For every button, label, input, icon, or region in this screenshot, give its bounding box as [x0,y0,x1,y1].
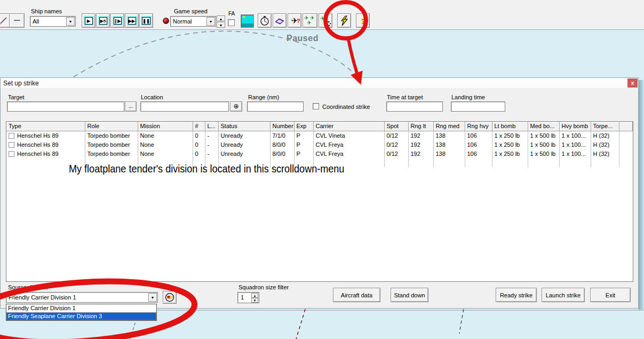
table-cell[interactable]: 138 [433,149,465,158]
column-header[interactable]: Exp [294,122,313,131]
table-row[interactable]: Henschel Hs 89Torpedo bomberNone0-Unread… [6,149,633,158]
chevron-down-icon[interactable]: ▼ [148,293,157,302]
column-header[interactable]: Hvy bomb [559,122,591,131]
table-cell[interactable]: Torpedo bomber [85,140,138,149]
table-cell[interactable]: 0 [193,140,205,149]
column-header[interactable]: Type [6,122,85,131]
column-header[interactable]: Torpe... [591,122,619,131]
table-cell[interactable]: 1 x 500 lb [528,140,559,149]
table-cell[interactable] [619,149,633,158]
column-header[interactable]: Status [218,122,270,131]
range-field[interactable] [247,101,304,112]
playback-button[interactable]: ❚❚ [139,13,153,28]
table-cell[interactable]: 1 x 250 lb [492,131,528,140]
row-checkbox[interactable] [9,151,14,157]
launch-strike-button[interactable]: Launch strike [542,288,585,302]
time-at-target-field[interactable] [386,101,443,112]
column-header[interactable]: Spot [384,122,408,131]
table-cell[interactable]: P [294,149,313,158]
aircraft-data-button[interactable]: Aircraft data [333,288,380,302]
table-cell[interactable]: 1 x 100... [559,131,591,140]
spin-up-icon[interactable]: ▲ [217,15,225,21]
table-cell[interactable]: H (32) [591,131,619,140]
table-cell[interactable]: 1 x 500 lb [528,149,559,158]
table-cell[interactable]: 1 x 250 lb [492,140,528,149]
stopwatch-button[interactable] [258,13,272,28]
spin-down-icon[interactable]: ▼ [217,22,225,28]
row-checkbox[interactable] [9,133,14,139]
locate-crosshair-icon[interactable]: ⊕ [230,101,242,112]
table-cell[interactable]: 0/12 [384,140,408,149]
column-header[interactable]: Rng med [433,122,465,131]
spin-down-icon[interactable]: ▼ [251,298,258,303]
spin-up-icon[interactable]: ▲ [251,293,258,298]
column-header[interactable]: Lt bomb [492,122,528,131]
playback-button[interactable]: ▶ [82,13,96,28]
table-cell[interactable]: 138 [433,140,465,149]
landing-time-field[interactable] [451,101,505,112]
chevron-down-icon[interactable]: ▼ [66,17,75,26]
game-speed-select[interactable]: Normal ▼ [170,16,216,27]
help-button[interactable]: ? [356,13,370,28]
division-view-button[interactable] [163,291,177,304]
table-cell[interactable]: CVL Vineta [313,131,384,140]
column-header[interactable]: # [193,122,205,131]
aircraft-id-button[interactable]: ✈? [288,13,301,28]
source-division-select[interactable]: Friendly Carrier Division 1 ▼ [6,292,158,303]
ship-names-select[interactable]: All ▼ [30,16,76,27]
table-cell[interactable]: Torpedo bomber [85,131,138,140]
table-cell[interactable]: 0 [193,149,205,158]
table-cell[interactable]: 0/12 [384,149,408,158]
playback-button[interactable]: ▶▶ [125,13,139,28]
table-cell[interactable]: CVL Freya [313,140,384,149]
table-cell[interactable]: 106 [465,131,492,140]
table-cell[interactable]: 192 [408,140,433,149]
location-field[interactable] [140,101,229,112]
table-cell[interactable]: 8/0/0 [270,149,294,158]
table-cell[interactable]: 192 [408,149,433,158]
table-cell[interactable]: 7/1/0 [270,131,294,140]
dropdown-option[interactable]: Friendly Seaplane Carrier Division 3 [6,312,156,320]
table-cell[interactable]: P [294,140,313,149]
table-cell[interactable]: 138 [433,131,465,140]
column-header[interactable]: Mission [138,122,193,131]
table-cell[interactable]: H (32) [591,140,619,149]
table-cell[interactable]: CVL Freya [313,149,384,158]
air-operations-button[interactable]: ✈ [319,13,332,28]
table-cell[interactable]: None [138,131,193,140]
squadron-filter-stepper[interactable]: 1 ▲ ▼ [237,292,259,303]
table-cell[interactable]: 106 [465,140,492,149]
table-cell[interactable]: - [205,140,218,149]
exit-button[interactable]: Exit [590,288,631,302]
table-cell[interactable]: 1 x 100... [559,149,591,158]
table-cell[interactable]: P [294,131,313,140]
column-header[interactable]: Med bo... [528,122,559,131]
fa-checkbox[interactable] [228,19,235,26]
table-cell[interactable]: Unready [218,149,270,158]
log-book-button[interactable] [273,13,287,28]
target-browse-button[interactable]: ... [125,101,137,112]
table-cell[interactable]: 106 [465,149,492,158]
close-icon[interactable]: x [627,78,638,88]
playback-button[interactable]: ▶5 [96,13,110,28]
table-cell[interactable]: 0 [193,131,205,140]
table-cell[interactable]: Unready [218,131,270,140]
chevron-down-icon[interactable]: ▼ [206,17,215,26]
table-cell[interactable]: 8/0/0 [270,140,294,149]
column-header[interactable]: Rng lt [408,122,433,131]
column-header[interactable]: Rng hvy [465,122,492,131]
table-cell[interactable] [619,140,633,149]
column-header[interactable]: Role [85,122,138,131]
column-header[interactable]: Carrier [313,122,384,131]
column-header[interactable]: L... [205,122,218,131]
stand-down-button[interactable]: Stand down [391,288,428,302]
table-cell[interactable] [619,131,633,140]
table-cell[interactable]: Henschel Hs 89 [6,149,85,158]
table-cell[interactable]: 1 x 250 lb [492,149,528,158]
dropdown-option[interactable]: Friendly Carrier Division 1 [6,304,156,312]
table-cell[interactable]: None [138,149,193,158]
strike-button[interactable] [337,13,351,28]
table-cell[interactable]: Henschel Hs 89 [6,140,85,149]
ready-strike-button[interactable]: Ready strike [496,288,537,302]
table-cell[interactable]: - [205,149,218,158]
